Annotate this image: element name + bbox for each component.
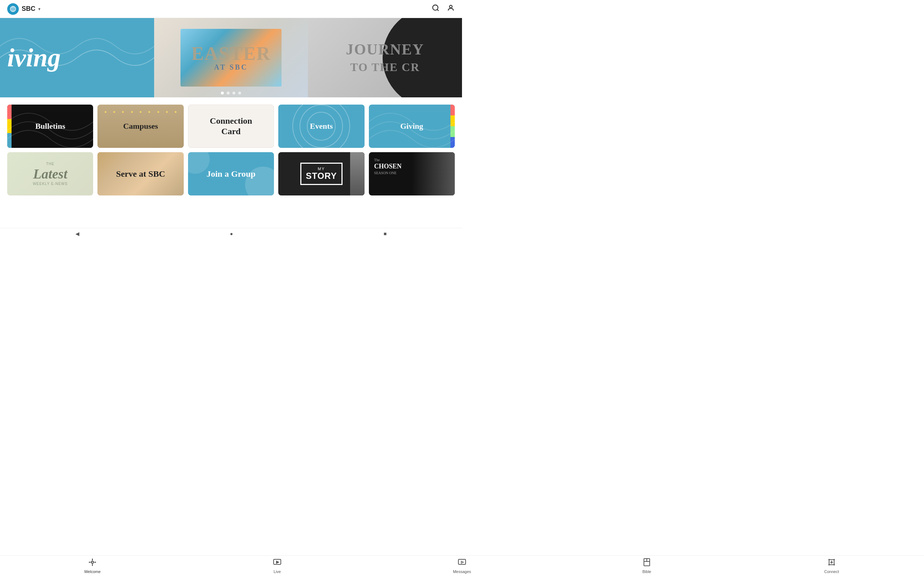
join-group-card[interactable]: Join a Group (188, 152, 274, 195)
svg-point-1 (433, 5, 438, 10)
connection-card[interactable]: ConnectionCard (188, 105, 274, 148)
serve-label: Serve at SBC (113, 169, 169, 179)
giving-label: Giving (397, 121, 427, 131)
carousel-dots (221, 92, 241, 95)
connection-label: ConnectionCard (210, 116, 252, 137)
carousel-slide-journey[interactable]: JOURNEYto the Cr (308, 18, 462, 97)
carousel-track: iving EASTER AT SBC JOURNEYto the Cr (0, 18, 462, 97)
grid-row-2: THE Latest Weekly E-News Serve at SBC Jo… (0, 148, 462, 195)
giving-slide-text: iving (7, 45, 61, 71)
giving-card[interactable]: Giving (369, 105, 455, 148)
chosen-card[interactable]: The CHOSEN SEASON ONE (369, 152, 455, 195)
campuses-card[interactable]: Campuses (97, 105, 183, 148)
easter-card: EASTER AT SBC (181, 29, 281, 87)
grid-row-1: Bulletins Campuses ConnectionCard Events (0, 97, 462, 148)
chevron-down-icon[interactable]: ▾ (38, 6, 40, 11)
bulletins-card[interactable]: Bulletins (7, 105, 93, 148)
carousel-slide-easter[interactable]: EASTER AT SBC (154, 18, 308, 97)
events-label: Events (307, 121, 337, 131)
chosen-text: The CHOSEN SEASON ONE (374, 158, 402, 175)
easter-title: EASTER (191, 44, 271, 63)
chosen-main-label: CHOSEN (374, 162, 402, 171)
system-nav: ◀ ● ■ (0, 228, 462, 239)
mystory-my-label: MY (306, 167, 337, 171)
search-icon[interactable] (432, 4, 439, 14)
carousel-dot-1[interactable] (221, 92, 224, 95)
carousel-dot-2[interactable] (227, 92, 229, 95)
join-group-label: Join a Group (207, 169, 255, 179)
carousel-dot-3[interactable] (233, 92, 235, 95)
carousel-dot-4[interactable] (238, 92, 241, 95)
journey-text: JOURNEYto the Cr (346, 41, 424, 74)
campuses-lights (97, 108, 183, 115)
back-button[interactable]: ◀ (76, 231, 79, 237)
mystory-side-image (350, 152, 365, 195)
recents-button[interactable]: ■ (384, 231, 386, 237)
serve-card[interactable]: Serve at SBC (97, 152, 183, 195)
easter-subtitle: AT SBC (214, 63, 248, 71)
mystory-story-label: STORY (306, 171, 337, 181)
globe-icon[interactable] (7, 3, 19, 15)
svg-point-2 (449, 5, 452, 8)
bulletins-label: Bulletins (32, 121, 69, 131)
header: SBC ▾ (0, 0, 462, 18)
latest-card[interactable]: THE Latest Weekly E-News (7, 152, 93, 195)
events-card[interactable]: Events (278, 105, 364, 148)
carousel-slide-giving[interactable]: iving (0, 18, 154, 97)
mystory-card[interactable]: MY STORY (278, 152, 364, 195)
chosen-the-label: The (374, 158, 402, 162)
mystory-box: MY STORY (300, 163, 342, 185)
header-left: SBC ▾ (7, 3, 40, 15)
profile-icon[interactable] (447, 4, 455, 14)
header-right (432, 4, 455, 14)
hero-carousel: iving EASTER AT SBC JOURNEYto the Cr (0, 18, 462, 97)
campuses-label: Campuses (120, 121, 162, 131)
home-button[interactable]: ● (230, 231, 233, 237)
chosen-season-label: SEASON ONE (374, 171, 402, 175)
brand-name: SBC (22, 5, 36, 13)
